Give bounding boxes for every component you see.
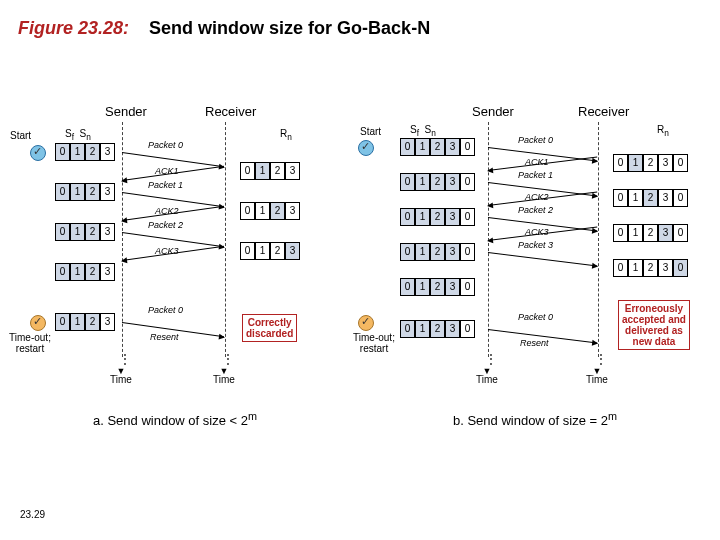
msg-a3-a: ACK3 [155, 246, 179, 256]
label-rn-b: Rn [657, 124, 669, 138]
label-sfsn-a: Sf Sn [65, 128, 91, 142]
label-sfsn-b: Sf Sn [410, 124, 436, 138]
sender-win-a-1: 0123 [55, 183, 115, 201]
recv-win-a-2: 0123 [240, 242, 300, 260]
vdots-s-a: ⋮ [119, 352, 131, 366]
recv-win-a-0: 0123 [240, 162, 300, 180]
arrow-p3-b [488, 252, 597, 266]
recv-win-a-1: 0123 [240, 202, 300, 220]
time-s-a: Time [110, 368, 132, 385]
callout-correctly: Correctly discarded [242, 314, 297, 342]
msg-p2-b: Packet 2 [518, 205, 553, 215]
label-start-b: Start [360, 126, 381, 137]
label-rn-a: Rn [280, 128, 292, 142]
start-dot-icon-a [30, 145, 46, 161]
sender-win-b-3: 01230 [400, 243, 475, 261]
msg-p3-b: Packet 3 [518, 240, 553, 250]
sender-win-b-5: 01230 [400, 320, 475, 338]
sender-win-a-0: 0123 [55, 143, 115, 161]
callout-erroneous: Erroneously accepted and delivered as ne… [618, 300, 690, 350]
label-timeout-a: Time-out; restart [5, 332, 55, 354]
figure-text: Send window size for Go-Back-N [149, 18, 430, 38]
sender-win-b-1: 01230 [400, 173, 475, 191]
label-sender-b: Sender [472, 104, 514, 119]
timeout-dot-icon-a [30, 315, 46, 331]
receiver-timeline-a [225, 122, 226, 357]
recv-win-b-2: 01230 [613, 224, 688, 242]
vdots-r-b: ⋮ [595, 352, 607, 366]
time-s-b: Time [476, 368, 498, 385]
figure-label: Figure 23.28: [18, 18, 129, 38]
recv-win-b-3: 01230 [613, 259, 688, 277]
msg-p0-b: Packet 0 [518, 135, 553, 145]
msg-resent-b: Resent [520, 338, 549, 348]
receiver-timeline-b [598, 122, 599, 357]
msg-p1-a: Packet 1 [148, 180, 183, 190]
label-receiver-b: Receiver [578, 104, 629, 119]
msg-p1-b: Packet 1 [518, 170, 553, 180]
figure-title: Figure 23.28: Send window size for Go-Ba… [0, 0, 720, 39]
start-dot-icon-b [358, 140, 374, 156]
panel-b: Sender Receiver Start Time-out; restart … [360, 110, 710, 440]
label-sender-a: Sender [105, 104, 147, 119]
msg-a1-a: ACK1 [155, 166, 179, 176]
label-start-a: Start [10, 130, 31, 141]
msg-resent-a: Resent [150, 332, 179, 342]
sender-win-a-3: 0123 [55, 263, 115, 281]
sender-win-b-4: 01230 [400, 278, 475, 296]
recv-win-b-1: 01230 [613, 189, 688, 207]
diagram-area: Sender Receiver Start Time-out; restart … [10, 110, 710, 440]
msg-a3-b: ACK3 [525, 227, 549, 237]
time-r-b: Time [586, 368, 608, 385]
vdots-r-a: ⋮ [222, 352, 234, 366]
msg-p0-a: Packet 0 [148, 140, 183, 150]
page-number: 23.29 [20, 509, 45, 520]
msg-a2-a: ACK2 [155, 206, 179, 216]
msg-p0r-a: Packet 0 [148, 305, 183, 315]
label-timeout-b: Time-out; restart [348, 332, 400, 354]
vdots-s-b: ⋮ [485, 352, 497, 366]
sender-win-a-2: 0123 [55, 223, 115, 241]
sender-win-a-4: 0123 [55, 313, 115, 331]
timeout-dot-icon-b [358, 315, 374, 331]
sender-win-b-0: 01230 [400, 138, 475, 156]
sender-win-b-2: 01230 [400, 208, 475, 226]
msg-p2-a: Packet 2 [148, 220, 183, 230]
msg-a1-b: ACK1 [525, 157, 549, 167]
msg-p0r-b: Packet 0 [518, 312, 553, 322]
panel-a: Sender Receiver Start Time-out; restart … [10, 110, 340, 440]
label-receiver-a: Receiver [205, 104, 256, 119]
caption-b: b. Send window of size = 2m [360, 410, 710, 428]
recv-win-b-0: 01230 [613, 154, 688, 172]
caption-a: a. Send window of size < 2m [10, 410, 340, 428]
msg-a2-b: ACK2 [525, 192, 549, 202]
time-r-a: Time [213, 368, 235, 385]
